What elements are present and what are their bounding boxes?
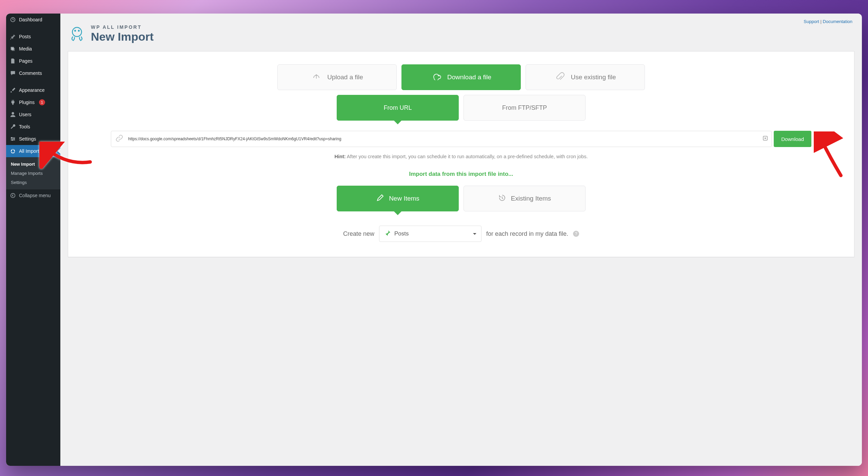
- items-label: New Items: [389, 195, 419, 202]
- new-items-button[interactable]: New Items: [337, 186, 459, 211]
- from-ftp-tab[interactable]: From FTP/SFTP: [463, 95, 586, 121]
- caret-down-icon: [473, 233, 476, 235]
- link-icon: [115, 134, 123, 144]
- user-icon: [9, 111, 16, 118]
- import-into-label: Import data from this import file into..…: [87, 171, 835, 178]
- existing-items-button[interactable]: Existing Items: [463, 186, 586, 211]
- comments-icon: [9, 70, 16, 77]
- collapse-icon: [9, 192, 16, 199]
- sidebar-item-label: Pages: [19, 58, 33, 64]
- create-suffix: for each record in my data file.: [486, 230, 568, 237]
- submenu-manage-imports[interactable]: Manage Imports: [6, 169, 60, 178]
- create-new-row: Create new Posts for each record in my d…: [87, 226, 835, 242]
- sidebar-item-label: Appearance: [19, 87, 45, 93]
- upload-icon: [311, 71, 322, 84]
- create-prefix: Create new: [343, 230, 374, 237]
- source-label: Upload a file: [327, 74, 363, 81]
- tab-label: From FTP/SFTP: [502, 104, 547, 111]
- url-input-row: Download: [111, 131, 811, 147]
- sidebar-item-tools[interactable]: Tools: [6, 121, 60, 133]
- wrench-icon: [9, 123, 16, 130]
- sidebar-item-label: Tools: [19, 124, 30, 129]
- hint-text: Hint: After you create this import, you …: [87, 154, 835, 159]
- svg-point-2: [14, 138, 15, 140]
- sidebar-item-label: Posts: [19, 34, 31, 39]
- select-value: Posts: [394, 230, 409, 237]
- pin-icon: [9, 33, 16, 40]
- sidebar-item-label: Settings: [19, 136, 36, 142]
- svg-point-10: [78, 30, 80, 32]
- sidebar-submenu: New Import Manage Imports Settings: [6, 157, 60, 189]
- sidebar-item-label: All Import: [19, 148, 39, 154]
- svg-point-9: [74, 30, 76, 32]
- items-mode-row: New Items Existing Items: [87, 186, 835, 211]
- post-type-select[interactable]: Posts: [379, 226, 481, 242]
- sidebar-item-appearance[interactable]: Appearance: [6, 84, 60, 96]
- import-card: Upload a file Download a file Use existi…: [68, 51, 854, 257]
- page-header: WP ALL IMPORT New Import: [68, 24, 854, 44]
- sidebar-item-settings[interactable]: Settings: [6, 133, 60, 145]
- download-button[interactable]: Download: [774, 131, 811, 147]
- sidebar-item-label: Users: [19, 112, 32, 117]
- sliders-icon: [9, 136, 16, 142]
- page-title: New Import: [91, 30, 154, 43]
- sidebar-item-dashboard[interactable]: Dashboard: [6, 14, 60, 26]
- svg-point-6: [14, 150, 15, 151]
- plug-icon: [9, 99, 16, 106]
- dashboard-icon: [9, 16, 16, 23]
- admin-sidebar: Dashboard Posts Media Pages Comments App…: [6, 14, 60, 466]
- submenu-settings[interactable]: Settings: [6, 178, 60, 187]
- source-type-row: Upload a file Download a file Use existi…: [87, 64, 835, 90]
- sidebar-item-label: Comments: [19, 70, 42, 76]
- wpai-logo-icon: [68, 24, 86, 44]
- upload-file-button[interactable]: Upload a file: [277, 64, 397, 90]
- sidebar-item-label: Dashboard: [19, 17, 42, 22]
- sidebar-item-all-import[interactable]: All Import: [6, 145, 60, 157]
- sidebar-item-pages[interactable]: Pages: [6, 55, 60, 67]
- main-content: Support | Documentation WP ALL IMPORT Ne…: [60, 14, 862, 466]
- pin-icon: [384, 230, 391, 238]
- sidebar-item-label: Plugins: [19, 100, 35, 105]
- link-separator: |: [821, 19, 822, 24]
- download-file-button[interactable]: Download a file: [401, 64, 521, 90]
- hint-prefix: Hint:: [335, 154, 346, 159]
- use-existing-file-button[interactable]: Use existing file: [526, 64, 645, 90]
- submenu-new-import[interactable]: New Import: [6, 160, 60, 169]
- svg-point-0: [12, 112, 14, 115]
- pencil-icon: [376, 194, 384, 204]
- source-label: Download a file: [447, 74, 491, 81]
- brush-icon: [9, 87, 16, 94]
- url-input[interactable]: [123, 137, 763, 141]
- svg-point-5: [11, 150, 12, 151]
- expand-icon[interactable]: [763, 136, 768, 142]
- pages-icon: [9, 58, 16, 64]
- all-import-icon: [9, 148, 16, 154]
- sidebar-item-posts[interactable]: Posts: [6, 30, 60, 43]
- tab-label: From URL: [383, 104, 412, 111]
- download-tab-row: From URL From FTP/SFTP: [87, 95, 835, 121]
- svg-point-4: [11, 149, 15, 153]
- sidebar-item-media[interactable]: Media: [6, 43, 60, 55]
- sidebar-item-plugins[interactable]: Plugins 1: [6, 96, 60, 108]
- sidebar-item-users[interactable]: Users: [6, 108, 60, 121]
- attachment-icon: [554, 71, 565, 84]
- update-badge: 1: [39, 99, 45, 105]
- svg-point-7: [11, 193, 15, 198]
- svg-point-3: [12, 140, 13, 141]
- from-url-tab[interactable]: From URL: [337, 95, 459, 121]
- collapse-menu-button[interactable]: Collapse menu: [6, 189, 60, 202]
- documentation-link[interactable]: Documentation: [823, 19, 852, 24]
- media-icon: [9, 45, 16, 52]
- svg-point-1: [11, 137, 13, 139]
- items-label: Existing Items: [511, 195, 551, 202]
- url-input-wrap: [111, 131, 772, 147]
- sidebar-item-comments[interactable]: Comments: [6, 67, 60, 79]
- collapse-label: Collapse menu: [19, 193, 51, 198]
- support-link[interactable]: Support: [804, 19, 819, 24]
- top-links: Support | Documentation: [68, 14, 854, 24]
- download-cloud-icon: [431, 71, 442, 84]
- source-label: Use existing file: [571, 74, 616, 81]
- brand-label: WP ALL IMPORT: [91, 24, 154, 30]
- history-icon: [498, 194, 506, 204]
- help-icon[interactable]: ?: [573, 231, 579, 237]
